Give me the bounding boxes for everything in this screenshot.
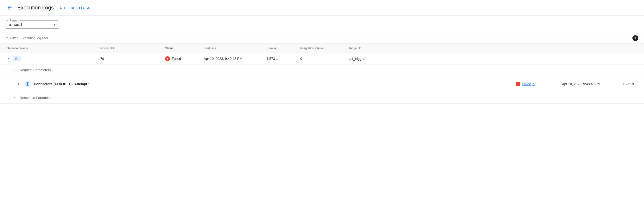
region-select[interactable]: Region us-west1 ▼ — [6, 20, 59, 29]
trigger-id: api_trigger/t — [348, 57, 638, 60]
region-label: Region — [8, 19, 20, 22]
page-header: Execution Logs ↻ REFRESH LOGS — [0, 0, 644, 16]
external-link-icon: ↗ — [532, 82, 535, 86]
connector-error-icon: ! — [516, 82, 520, 86]
col-start-time: Start time — [204, 46, 266, 50]
refresh-icon: ↻ — [60, 6, 63, 10]
filter-label-group: ≡ Filter — [6, 36, 18, 41]
connector-failed-link[interactable]: Failed ↗ — [522, 82, 535, 86]
filter-bar: ≡ Filter ? — [0, 32, 644, 44]
expand-request-button[interactable] — [12, 67, 17, 73]
integration-name-link[interactable]: tk- — [13, 56, 21, 61]
filter-input[interactable] — [21, 36, 630, 40]
expand-row-button[interactable] — [6, 56, 11, 61]
connector-icon — [24, 81, 31, 88]
col-integration-name: Integration Name — [6, 46, 98, 50]
filter-lines-icon: ≡ — [6, 36, 8, 41]
sub-rows: Request Parameters Connectors (Task ID: … — [0, 64, 644, 104]
expand-response-button[interactable] — [12, 95, 17, 100]
col-integration-version: Integration Version — [300, 46, 348, 50]
status-text: Failed — [172, 57, 181, 60]
request-parameters-row: Request Parameters — [0, 64, 644, 76]
col-status: Status — [165, 46, 204, 50]
col-trigger-id: Trigger ID — [348, 46, 638, 50]
request-parameters-label: Request Parameters — [20, 68, 51, 72]
help-icon[interactable]: ? — [632, 35, 638, 41]
region-value: us-west1 — [9, 23, 22, 26]
integration-version: 0 — [300, 57, 348, 60]
duration: 1.573 s — [266, 57, 300, 60]
chevron-down-icon: ▼ — [53, 23, 56, 26]
connector-start-time: Apr 10, 2023, 9:40:48 PM — [562, 82, 620, 86]
refresh-button[interactable]: ↻ REFRESH LOGS — [60, 6, 90, 10]
col-execution-id: Execution ID — [98, 46, 165, 50]
svg-point-1 — [27, 83, 28, 85]
error-icon: ! — [165, 56, 170, 61]
filter-label: Filter — [10, 36, 18, 40]
response-parameters-label: Response Parameters — [20, 96, 53, 100]
status-cell: ! Failed — [165, 56, 204, 61]
connector-label: Connectors (Task ID: 1) - Attempt 1 — [34, 82, 90, 86]
expand-connector-button[interactable] — [16, 81, 21, 87]
execution-id: ef7d — [98, 57, 165, 60]
start-time: Apr 10, 2023, 9:40:48 PM — [204, 57, 266, 60]
response-parameters-row: Response Parameters — [0, 92, 644, 103]
connector-duration: 1.252 s — [623, 82, 634, 86]
page-title: Execution Logs — [18, 4, 54, 11]
integration-name-cell: tk- — [6, 56, 98, 61]
refresh-label: REFRESH LOGS — [64, 6, 90, 10]
table-header: Integration Name Execution ID Status Sta… — [0, 44, 644, 53]
connector-row[interactable]: Connectors (Task ID: 1) - Attempt 1 ! Fa… — [4, 77, 640, 91]
connector-status-cell: ! Failed ↗ — [516, 82, 559, 86]
table-row: tk- ef7d ! Failed Apr 10, 2023, 9:40:48 … — [0, 53, 644, 64]
region-section: Region us-west1 ▼ — [0, 16, 644, 32]
back-button[interactable] — [6, 4, 14, 12]
col-duration: Duration — [266, 46, 300, 50]
